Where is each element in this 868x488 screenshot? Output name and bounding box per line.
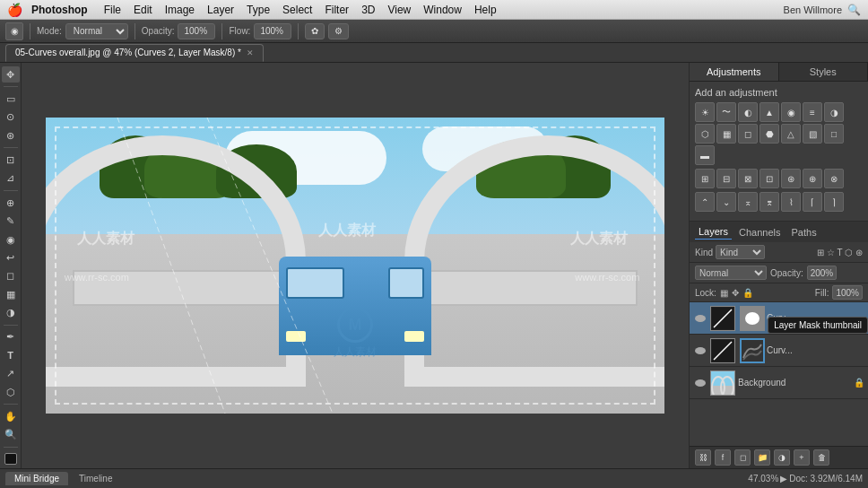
crop-tool[interactable]: ⊡: [2, 152, 20, 168]
clone-tool[interactable]: ◉: [2, 231, 20, 248]
menu-layer[interactable]: Layer: [202, 2, 239, 18]
menu-window[interactable]: Window: [418, 2, 467, 18]
dodge-tool[interactable]: ◑: [2, 304, 20, 320]
fill-value[interactable]: 100%: [832, 285, 863, 300]
adj-icon-s6[interactable]: ⌈: [803, 192, 822, 212]
path-select-tool[interactable]: ↗: [2, 366, 20, 382]
layer-item-curves1[interactable]: Curv... Layer Mask thumbnail: [690, 335, 868, 367]
adjustment-icons-row3: ⌃ ⌄ ⌅ ⌆ ⌇ ⌈ ⌉: [695, 192, 863, 212]
tab-paths[interactable]: Paths: [788, 225, 820, 240]
tab-styles[interactable]: Styles: [779, 63, 869, 81]
menu-select[interactable]: Select: [277, 2, 317, 18]
threshold-adj-icon[interactable]: △: [781, 124, 801, 144]
levels-adj-icon[interactable]: ▬: [695, 145, 715, 165]
adj-icon-r1[interactable]: ⊞: [695, 169, 715, 188]
adj-icon-s4[interactable]: ⌆: [760, 192, 779, 212]
hand-tool[interactable]: ✋: [2, 408, 20, 424]
adj-icon-r2[interactable]: ⊟: [716, 169, 736, 188]
pen-tool[interactable]: ✒: [2, 329, 20, 345]
posterize-adj-icon[interactable]: ⬣: [760, 124, 779, 144]
hsl-adj-icon[interactable]: ◉: [781, 102, 801, 122]
add-mask-btn[interactable]: ◻: [734, 449, 751, 466]
invert-adj-icon[interactable]: ◻: [738, 124, 758, 144]
status-arrow[interactable]: ▶: [780, 474, 787, 484]
adj-icon-r3[interactable]: ⊠: [738, 169, 758, 188]
layer-visibility-1[interactable]: [693, 315, 707, 322]
layer-item-background[interactable]: Background 🔒: [690, 367, 868, 399]
menu-edit[interactable]: Edit: [128, 2, 158, 18]
tab-close-icon[interactable]: ✕: [247, 48, 254, 57]
quick-select-tool[interactable]: ⊛: [2, 127, 20, 144]
menu-image[interactable]: Image: [160, 2, 200, 18]
new-group-btn[interactable]: 📁: [754, 449, 770, 466]
selective-adj-icon[interactable]: □: [824, 124, 844, 144]
adj-icon-r7[interactable]: ⊗: [824, 169, 844, 188]
add-style-btn[interactable]: f: [715, 449, 731, 466]
history-brush-tool[interactable]: ↩: [2, 249, 20, 266]
adj-icon-s7[interactable]: ⌉: [824, 192, 844, 212]
document-tab[interactable]: 05-Curves overall.jpg @ 47% (Curves 2, L…: [5, 44, 264, 62]
opacity-value[interactable]: 200%: [807, 266, 838, 280]
gradient-adj-icon[interactable]: ▧: [803, 124, 822, 144]
search-icon[interactable]: 🔍: [847, 4, 861, 16]
mode-select[interactable]: Normal: [65, 23, 128, 39]
tab-layers[interactable]: Layers: [695, 224, 732, 240]
menu-filter[interactable]: Filter: [319, 2, 354, 18]
channel-adj-icon[interactable]: ▦: [716, 124, 736, 144]
adj-icon-s3[interactable]: ⌅: [738, 192, 758, 212]
link-layers-btn[interactable]: ⛓: [695, 449, 711, 466]
kind-select[interactable]: Kind: [716, 245, 765, 259]
adj-icon-s5[interactable]: ⌇: [781, 192, 801, 212]
delete-layer-btn[interactable]: 🗑: [813, 449, 829, 466]
eraser-tool[interactable]: ◻: [2, 268, 20, 284]
airbrush-btn[interactable]: ✿: [305, 23, 325, 39]
rectangular-marquee-tool[interactable]: ▭: [2, 91, 20, 107]
brightness-adj-icon[interactable]: ☀: [695, 102, 715, 122]
layer-visibility-3[interactable]: [693, 379, 707, 387]
curves-adj-icon[interactable]: 〜: [716, 102, 736, 122]
exposure-adj-icon[interactable]: ◐: [738, 102, 758, 122]
tab-channels[interactable]: Channels: [735, 225, 784, 240]
bg-thumb: [711, 371, 734, 395]
opacity-input[interactable]: 100%: [178, 23, 215, 39]
lasso-tool[interactable]: ⊙: [2, 109, 20, 126]
lock-position-icon[interactable]: ✥: [732, 288, 739, 298]
tab-adjustments[interactable]: Adjustments: [690, 63, 779, 81]
spot-heal-tool[interactable]: ⊕: [2, 195, 20, 211]
lock-pixels-icon[interactable]: ▦: [720, 288, 728, 298]
menu-3d[interactable]: 3D: [356, 2, 380, 18]
layer-item-curves2[interactable]: Curv...: [690, 302, 868, 335]
apple-menu[interactable]: 🍎: [7, 3, 22, 17]
menu-view[interactable]: View: [382, 2, 416, 18]
menu-file[interactable]: File: [99, 2, 126, 18]
vibrance-adj-icon[interactable]: ▲: [760, 102, 779, 122]
adj-icon-r4[interactable]: ⊡: [760, 169, 779, 188]
tab-timeline[interactable]: Timeline: [70, 472, 121, 485]
canvas-area[interactable]: 人人素材 www.rr-sc.com 人人素材 人人素材 www.rr-sc.c…: [22, 63, 689, 468]
text-tool[interactable]: T: [2, 347, 20, 363]
blend-mode-select[interactable]: Normal: [695, 266, 767, 280]
adj-icon-s2[interactable]: ⌄: [716, 192, 736, 212]
shape-tool[interactable]: ⬡: [2, 384, 20, 400]
layer-visibility-2[interactable]: [693, 347, 707, 354]
colorbalance-adj-icon[interactable]: ≡: [803, 102, 822, 122]
adj-icon-s1[interactable]: ⌃: [695, 192, 715, 212]
foreground-color[interactable]: [4, 453, 17, 465]
photofilter-adj-icon[interactable]: ⬡: [695, 124, 715, 144]
blackwhite-adj-icon[interactable]: ◑: [824, 102, 844, 122]
gradient-tool[interactable]: ▦: [2, 286, 20, 302]
eyedropper-tool[interactable]: ⊿: [2, 170, 20, 187]
menu-type[interactable]: Type: [241, 2, 275, 18]
adj-icon-r6[interactable]: ⊕: [803, 169, 822, 188]
tab-mini-bridge[interactable]: Mini Bridge: [5, 472, 68, 485]
adj-icon-r5[interactable]: ⊛: [781, 169, 801, 188]
brush-settings-btn[interactable]: ⚙: [328, 23, 349, 39]
new-layer-btn[interactable]: +: [794, 449, 810, 466]
lock-all-icon[interactable]: 🔒: [742, 288, 753, 298]
zoom-tool[interactable]: 🔍: [2, 427, 20, 443]
menu-help[interactable]: Help: [469, 2, 502, 18]
new-adjustment-btn[interactable]: ◑: [774, 449, 790, 466]
flow-input[interactable]: 100%: [254, 23, 291, 39]
brush-tool[interactable]: ✎: [2, 214, 20, 230]
move-tool[interactable]: ✥: [2, 66, 20, 83]
